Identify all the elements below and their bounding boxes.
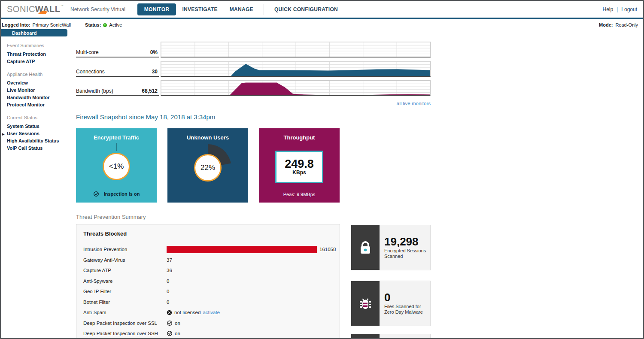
stat-body: 0 Files Scanned for Zero Day Malware — [380, 281, 430, 326]
mode-label: Mode: — [599, 22, 613, 27]
tab-investigate[interactable]: INVESTIGATE — [176, 4, 223, 15]
logo-swoosh-icon — [38, 10, 51, 14]
all-live-monitors-link[interactable]: all live monitors — [161, 101, 431, 106]
sidebar-item-capture-atp[interactable]: Capture ATP — [1, 58, 74, 65]
threat-row-anti-spam: Anti-Spam not licensed activate — [83, 307, 333, 318]
logo-text-sonic: SONIC — [7, 4, 35, 14]
sidebar: Dashboard Event Summaries Threat Protect… — [1, 29, 74, 152]
threat-row-anti-spyware: Anti-Spyware 0 — [83, 276, 333, 287]
tab-monitor[interactable]: MONITOR — [137, 3, 176, 15]
help-link[interactable]: Help — [602, 6, 613, 12]
card-encrypted-traffic: Encrypted Traffic <1% Inspection is on — [76, 128, 157, 203]
throughput-peak-text: Peak: 9.9MBps — [259, 192, 340, 197]
sidebar-item-voip-call-status[interactable]: VoIP Call Status — [1, 145, 74, 152]
threat-label: Deep Packet Inspection over SSL — [83, 321, 167, 326]
stat-card-clipped — [351, 334, 431, 339]
monitor-row-multicore: Multi-core 0% — [76, 42, 431, 58]
nav-utility: Help | Logout — [602, 1, 637, 18]
stat-value: 0 — [384, 292, 428, 303]
not-licensed-icon — [167, 310, 172, 315]
tab-quick-configuration[interactable]: QUICK CONFIGURATION — [268, 4, 344, 15]
sidebar-item-high-availability-status[interactable]: High Availability Status — [1, 137, 74, 145]
card-unknown-users: Unknown Users 22% — [167, 128, 248, 203]
tab-manage[interactable]: MANAGE — [224, 4, 259, 15]
card-title: Encrypted Traffic — [76, 134, 157, 141]
threat-row-botnet-filter: Botnet Filter 0 — [83, 297, 333, 308]
logged-into-label: Logged Into: — [2, 22, 30, 27]
sidebar-section-appliance-health: Appliance Health Overview Live Monitor B… — [1, 72, 74, 109]
card-footer: Inspection is on — [76, 191, 157, 197]
unknown-users-gauge: 22% — [194, 154, 222, 182]
sidebar-section-event-summaries: Event Summaries Threat Protection Captur… — [1, 43, 74, 65]
threat-label: Geo-IP Filter — [83, 289, 167, 294]
threat-label: Deep Packet Inspection over SSH — [83, 331, 167, 336]
logged-into-value: Primary SonicWall — [33, 22, 71, 27]
stat-body: 19,298 Encrypted Sessions Scanned — [380, 225, 430, 270]
threat-value: 0 — [167, 289, 169, 294]
sonicwall-dashboard: SONICWALL™ Network Security Virtual MONI… — [0, 0, 644, 339]
monitor-metric-name: Connections — [76, 69, 105, 75]
nav-tabs: MONITOR INVESTIGATE MANAGE QUICK CONFIGU… — [137, 3, 344, 15]
stat-label: Encrypted Sessions Scanned — [384, 248, 428, 259]
sidebar-item-live-monitor[interactable]: Live Monitor — [1, 87, 74, 94]
sidebar-item-bandwidth-monitor[interactable]: Bandwidth Monitor — [1, 94, 74, 101]
sidebar-item-user-sessions[interactable]: ▶User Sessions — [1, 130, 74, 137]
sidebar-item-protocol-monitor[interactable]: Protocol Monitor — [1, 101, 74, 109]
monitor-row-bandwidth: Bandwidth (bps) 68,512 — [76, 80, 431, 96]
stat-icon-block — [351, 334, 380, 339]
bug-icon — [357, 295, 374, 312]
lock-icon — [357, 239, 374, 256]
sidebar-section-title: Appliance Health — [1, 72, 74, 77]
status-bar: Logged Into: Primary SonicWall Status: A… — [1, 20, 643, 30]
status-bar-left: Logged Into: Primary SonicWall Status: A… — [2, 22, 122, 27]
threat-value: 0 — [167, 300, 169, 305]
threat-label: Anti-Spam — [83, 310, 167, 315]
logout-link[interactable]: Logout — [621, 6, 637, 12]
throughput-unit: KBps — [292, 170, 306, 176]
activate-link[interactable]: activate — [203, 310, 220, 315]
inspection-status-text: Inspection is on — [104, 191, 140, 197]
stat-label: Files Scanned for Zero Day Malware — [384, 304, 428, 315]
monitor-metric-name: Bandwidth (bps) — [76, 88, 113, 94]
sidebar-item-system-status[interactable]: System Status — [1, 123, 74, 130]
firewall-snapshot-heading: Firewall Snapshot since May 18, 2018 at … — [76, 113, 215, 121]
monitor-metric-value: 0% — [150, 49, 158, 55]
monitor-metric-name: Multi-core — [76, 49, 99, 55]
status-value: Active — [109, 22, 122, 27]
stat-card-encrypted-sessions: 19,298 Encrypted Sessions Scanned — [351, 225, 431, 270]
stat-value: 19,298 — [384, 236, 428, 247]
threat-value: 37 — [167, 257, 172, 263]
nav-pipe-divider: | — [617, 6, 618, 12]
top-nav: SONICWALL™ Network Security Virtual MONI… — [1, 1, 643, 19]
multicore-sparkline-chart — [161, 42, 431, 58]
threat-row-intrusion-prevention: Intrusion Prevention 161058 — [83, 244, 333, 255]
threat-label: Botnet Filter — [83, 300, 167, 305]
stat-card-files-scanned: 0 Files Scanned for Zero Day Malware — [351, 281, 431, 326]
logo-text-wall: WALL — [35, 4, 61, 14]
check-circle-icon — [167, 330, 173, 336]
threat-row-capture-atp: Capture ATP 36 — [83, 265, 333, 276]
status-label: Status: — [85, 22, 101, 27]
check-circle-icon — [167, 320, 173, 326]
status-bar-right: Mode: Read-Only — [599, 22, 638, 27]
monitor-row-connections: Connections 30 — [76, 61, 431, 77]
sidebar-item-threat-protection[interactable]: Threat Protection — [1, 51, 74, 58]
stat-body — [380, 334, 430, 339]
threat-status: on — [175, 331, 180, 336]
threat-prevention-summary-label: Threat Prevention Summary — [76, 214, 146, 220]
threat-row-dpi-ssl: Deep Packet Inspection over SSL on — [83, 318, 333, 329]
threat-label: Capture ATP — [83, 268, 167, 273]
threat-label: Gateway Anti-Virus — [83, 257, 167, 263]
threat-row-geo-ip-filter: Geo-IP Filter 0 — [83, 286, 333, 297]
gauge-needle — [116, 143, 117, 151]
threat-status: not licensed — [174, 310, 200, 315]
monitor-label-row: Bandwidth (bps) 68,512 — [76, 80, 159, 96]
status-active-icon — [103, 23, 107, 27]
sidebar-section-title: Event Summaries — [1, 43, 74, 48]
sidebar-item-overview[interactable]: Overview — [1, 79, 74, 87]
sidebar-section-current-status: Current Status System Status ▶User Sessi… — [1, 115, 74, 152]
sonicwall-logo: SONICWALL™ — [7, 4, 64, 14]
sidebar-item-dashboard[interactable]: Dashboard — [1, 29, 67, 36]
expand-caret-icon[interactable]: ▶ — [2, 131, 4, 137]
bandwidth-sparkline-chart — [161, 80, 431, 96]
